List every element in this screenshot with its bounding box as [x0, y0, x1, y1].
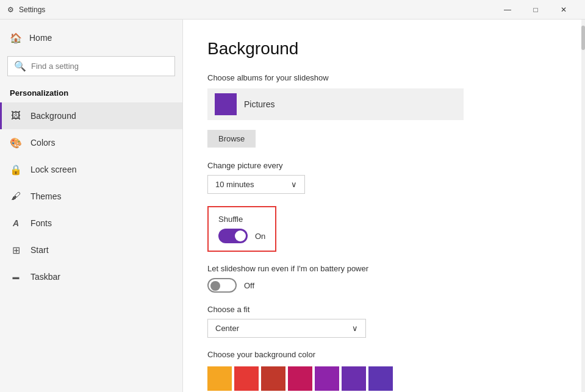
search-input[interactable] — [31, 62, 168, 71]
change-picture-dropdown[interactable]: 10 minutes ∨ — [207, 175, 305, 194]
fit-dropdown[interactable]: Center ∨ — [207, 319, 366, 338]
color-swatch-0[interactable] — [207, 366, 232, 391]
color-swatch-5[interactable] — [342, 366, 366, 391]
shuffle-box: Shuffle On — [207, 206, 276, 252]
browse-button[interactable]: Browse — [207, 130, 256, 148]
search-icon: 🔍 — [14, 60, 26, 72]
sidebar-item-lock-screen[interactable]: 🔒 Lock screen — [0, 156, 182, 183]
main-content: Background Choose albums for your slides… — [183, 20, 581, 392]
battery-state: Off — [244, 281, 254, 290]
battery-row: Off — [207, 278, 557, 293]
battery-label: Let slideshow run even if I'm on battery… — [207, 264, 557, 273]
battery-toggle[interactable] — [207, 278, 237, 293]
app-title: Settings — [19, 5, 45, 14]
colors-nav-label: Colors — [31, 138, 55, 148]
shuffle-toggle[interactable] — [218, 229, 248, 243]
sidebar-item-home[interactable]: 🏠 Home — [0, 24, 182, 51]
lock-nav-label: Lock screen — [31, 165, 76, 174]
fonts-nav-label: Fonts — [31, 218, 52, 228]
app-body: 🏠 Home 🔍 Personalization 🖼 Background 🎨 … — [0, 20, 585, 392]
shuffle-state: On — [255, 232, 265, 241]
home-icon: 🏠 — [10, 32, 22, 44]
start-icon: ⊞ — [10, 244, 22, 256]
taskbar-nav-label: Taskbar — [31, 272, 60, 282]
home-label: Home — [29, 33, 52, 43]
fonts-icon: A — [10, 217, 22, 229]
shuffle-toggle-row: On — [218, 229, 265, 243]
background-icon: 🖼 — [10, 110, 22, 122]
sidebar-item-fonts[interactable]: A Fonts — [0, 210, 182, 237]
themes-icon: 🖌 — [10, 190, 22, 202]
sidebar-item-colors[interactable]: 🎨 Colors — [0, 129, 182, 156]
minimize-button[interactable]: — — [493, 0, 522, 20]
chevron-down-icon: ∨ — [291, 180, 297, 189]
search-box: 🔍 — [7, 56, 175, 76]
shuffle-label: Shuffle — [218, 215, 243, 224]
color-swatch-3[interactable] — [288, 366, 312, 391]
start-nav-label: Start — [31, 245, 49, 255]
lock-icon: 🔒 — [10, 163, 22, 176]
page-title: Background — [207, 39, 557, 59]
title-bar-left: ⚙ Settings — [7, 5, 45, 14]
color-swatch-4[interactable] — [315, 366, 339, 391]
album-item[interactable]: Pictures — [207, 88, 464, 120]
title-bar: ⚙ Settings — □ ✕ — [0, 0, 585, 20]
colors-icon: 🎨 — [10, 137, 22, 149]
color-swatch-2[interactable] — [261, 366, 285, 391]
scrollbar-thumb[interactable] — [581, 26, 585, 50]
taskbar-icon: ▬ — [10, 271, 22, 283]
title-bar-controls: — □ ✕ — [493, 0, 578, 20]
sidebar: 🏠 Home 🔍 Personalization 🖼 Background 🎨 … — [0, 20, 183, 392]
color-swatch-1[interactable] — [234, 366, 259, 391]
fit-label: Choose a fit — [207, 305, 557, 314]
color-swatch-6[interactable] — [368, 366, 393, 391]
bg-color-label: Choose your background color — [207, 350, 557, 359]
change-picture-value: 10 minutes — [215, 180, 254, 189]
sidebar-item-start[interactable]: ⊞ Start — [0, 237, 182, 263]
color-swatches — [207, 366, 464, 391]
sidebar-item-themes[interactable]: 🖌 Themes — [0, 183, 182, 210]
chevron-down-fit-icon: ∨ — [352, 324, 358, 333]
themes-nav-label: Themes — [31, 191, 62, 201]
albums-section-label: Choose albums for your slideshow — [207, 73, 557, 82]
shuffle-row: Shuffle — [218, 215, 265, 224]
maximize-button[interactable]: □ — [522, 0, 550, 20]
settings-icon: ⚙ — [7, 5, 14, 14]
change-picture-label: Change picture every — [207, 161, 557, 170]
sidebar-item-taskbar[interactable]: ▬ Taskbar — [0, 263, 182, 290]
background-nav-label: Background — [31, 111, 76, 121]
album-thumbnail — [215, 93, 237, 115]
sidebar-item-background[interactable]: 🖼 Background — [0, 102, 182, 129]
scrollbar-track — [581, 20, 585, 392]
fit-value: Center — [215, 324, 239, 333]
section-label: Personalization — [0, 81, 182, 102]
close-button[interactable]: ✕ — [550, 0, 578, 20]
album-name: Pictures — [244, 99, 275, 109]
